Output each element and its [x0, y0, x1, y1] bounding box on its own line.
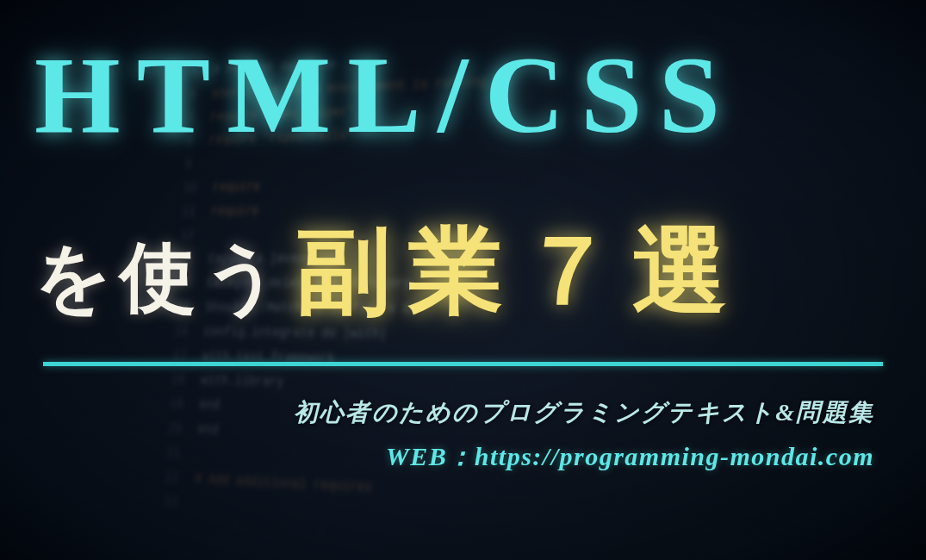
content-container: HTML/CSS を使う 副業７選 初心者のためのプログラミングテキスト&問題集…: [0, 0, 926, 560]
subtitle-main: 副業７選: [296, 208, 743, 336]
footer-tagline: 初心者のためのプログラミングテキスト&問題集: [294, 396, 874, 429]
subtitle-row: を使う 副業７選: [34, 208, 892, 336]
footer-block: 初心者のためのプログラミングテキスト&問題集 WEB：https://progr…: [34, 396, 892, 475]
footer-url: WEB：https://programming-mondai.com: [386, 439, 874, 475]
divider-line: [43, 362, 883, 366]
main-title: HTML/CSS: [34, 34, 892, 156]
subtitle-prefix: を使う: [34, 227, 288, 329]
